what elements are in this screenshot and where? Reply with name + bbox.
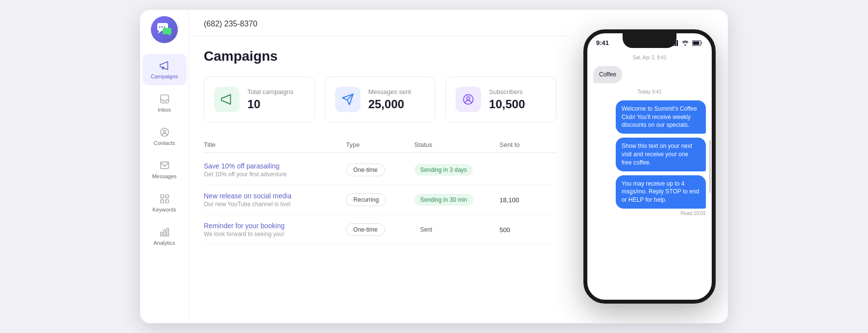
stat-info-campaigns: Total campaigns 10 <box>247 88 293 111</box>
svg-point-8 <box>164 26 166 27</box>
sidebar-label-inbox: Inbox <box>158 107 171 113</box>
stat-card-subscribers: Subscribers 10,500 <box>445 76 556 122</box>
stat-label-subscribers: Subscribers <box>489 88 525 95</box>
phone-messages: Sat, Apr 2, 9:41 Coffee Today 9:41 Welco… <box>587 49 712 300</box>
row-title-main-3[interactable]: Reminder for your booking <box>204 222 346 230</box>
svg-rect-13 <box>160 195 163 198</box>
megaphone-icon <box>159 60 170 71</box>
svg-rect-12 <box>160 162 169 169</box>
msg-sent-1: Welcome to Summit's Coffee Club! You'll … <box>616 100 706 134</box>
app-container: Campaigns Inbox Contacts <box>140 10 728 323</box>
table-row: New release on social media Our new YouT… <box>204 185 556 215</box>
phone-section: 9:41 <box>571 10 728 323</box>
sidebar: Campaigns Inbox Contacts <box>140 10 189 323</box>
sidebar-label-messages: Messages <box>152 173 176 179</box>
stat-value-campaigns: 10 <box>247 97 293 111</box>
top-bar: (682) 235-8370 <box>189 10 571 36</box>
row-type-3: One-time <box>346 223 414 236</box>
status-badge-2: Sending in 30 min <box>414 194 473 206</box>
sidebar-label-analytics: Analytics <box>153 240 175 246</box>
header-title: Title <box>204 141 346 148</box>
messages-icon <box>159 160 170 171</box>
svg-rect-18 <box>164 230 166 236</box>
contacts-icon <box>159 126 170 138</box>
stats-row: Total campaigns 10 Messages sent 25,000 <box>204 76 556 122</box>
svg-rect-4 <box>163 28 171 34</box>
row-title-2: New release on social media Our new YouT… <box>204 192 346 208</box>
sent-to-2: 18,100 <box>500 196 556 204</box>
type-badge-3: One-time <box>346 223 385 236</box>
read-receipt: Read 10:02 <box>593 211 706 216</box>
main-content: (682) 235-8370 Campaigns Total campaigns… <box>189 10 571 323</box>
sidebar-label-contacts: Contacts <box>154 140 175 146</box>
svg-point-26 <box>685 44 686 46</box>
table-row: Save 10% off parasailing Get 10% off you… <box>204 155 556 185</box>
stat-value-subscribers: 10,500 <box>489 97 525 111</box>
table-row: Reminder for your booking We look forwar… <box>204 215 556 245</box>
sidebar-label-keywords: Keywords <box>152 207 176 213</box>
sidebar-item-analytics[interactable]: Analytics <box>143 220 187 252</box>
row-title-main-2[interactable]: New release on social media <box>204 192 346 200</box>
row-title-3: Reminder for your booking We look forwar… <box>204 222 346 238</box>
header-sent-to: Sent to <box>500 141 556 148</box>
page-title: Campaigns <box>204 48 556 64</box>
phone-notch <box>623 33 676 48</box>
svg-point-21 <box>467 97 470 100</box>
row-subtitle-3: We look forward to seeing you! <box>204 231 346 238</box>
phone-scrollbar <box>709 140 711 193</box>
analytics-icon <box>159 226 170 238</box>
row-status-3: Sent <box>414 224 500 236</box>
svg-rect-9 <box>160 95 169 103</box>
row-subtitle-1: Get 10% off your first adventure <box>204 171 346 178</box>
keywords-icon <box>159 193 170 205</box>
stat-card-total-campaigns: Total campaigns 10 <box>204 76 315 122</box>
stat-info-subscribers: Subscribers 10,500 <box>489 88 525 111</box>
phone-number: (682) 235-8370 <box>204 20 257 28</box>
type-badge-2: Recurring <box>346 193 386 206</box>
svg-point-7 <box>162 26 163 27</box>
campaigns-table: Title Type Status Sent to Save 10% off p… <box>204 137 556 245</box>
msg-received-coffee: Coffee <box>593 66 622 83</box>
inbox-icon <box>159 93 170 105</box>
app-logo[interactable] <box>150 15 179 44</box>
sidebar-item-messages[interactable]: Messages <box>143 154 187 185</box>
stat-value-messages: 25,000 <box>368 97 411 111</box>
header-status: Status <box>414 141 500 148</box>
sidebar-item-keywords[interactable]: Keywords <box>143 187 187 218</box>
svg-rect-19 <box>167 228 169 237</box>
stat-icon-messages <box>335 87 361 112</box>
svg-point-6 <box>159 26 161 27</box>
status-time: 9:41 <box>596 39 609 47</box>
sent-to-3: 500 <box>500 226 556 234</box>
sidebar-item-contacts[interactable]: Contacts <box>143 120 187 152</box>
row-status-2: Sending in 30 min <box>414 194 500 206</box>
row-type-1: One-time <box>346 164 414 176</box>
stat-icon-subscribers <box>456 87 481 112</box>
table-header: Title Type Status Sent to <box>204 137 556 153</box>
sidebar-label-campaigns: Campaigns <box>151 73 178 79</box>
svg-rect-17 <box>160 232 162 236</box>
content-area: Campaigns Total campaigns 10 <box>189 36 571 323</box>
stat-label-messages: Messages sent <box>368 88 411 95</box>
svg-point-11 <box>163 130 166 133</box>
stat-info-messages: Messages sent 25,000 <box>368 88 411 111</box>
msg-sent-3: You may receive up to 4 msgs/mo. Reply S… <box>616 175 706 209</box>
sidebar-item-inbox[interactable]: Inbox <box>143 87 187 119</box>
status-badge-1: Sending in 3 days <box>414 164 473 176</box>
stat-icon-campaigns <box>214 87 240 112</box>
row-status-1: Sending in 3 days <box>414 164 500 176</box>
svg-rect-25 <box>676 40 678 46</box>
row-title-1: Save 10% off parasailing Get 10% off you… <box>204 162 346 178</box>
row-type-2: Recurring <box>346 193 414 206</box>
header-type: Type <box>346 141 414 148</box>
row-subtitle-2: Our new YouTube channel is live! <box>204 201 346 208</box>
stat-card-messages-sent: Messages sent 25,000 <box>325 76 436 122</box>
svg-rect-15 <box>160 200 163 203</box>
svg-rect-14 <box>165 195 168 198</box>
row-title-main-1[interactable]: Save 10% off parasailing <box>204 162 346 170</box>
sidebar-item-campaigns[interactable]: Campaigns <box>143 54 187 85</box>
phone-mockup: 9:41 <box>583 29 716 304</box>
svg-rect-16 <box>165 200 168 203</box>
status-badge-3: Sent <box>414 224 438 236</box>
type-badge-1: One-time <box>346 164 385 176</box>
